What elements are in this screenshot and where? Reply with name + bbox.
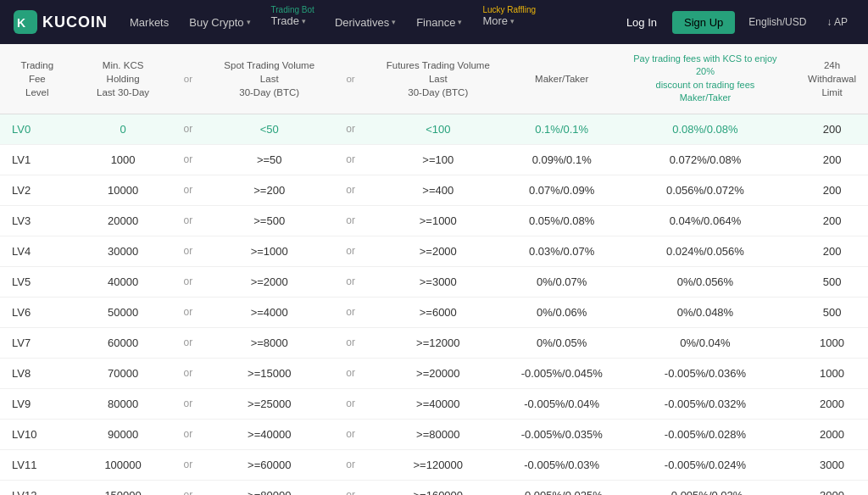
cell-withdrawal: 1000: [796, 358, 868, 388]
cell-kcs-rate: -0.005%/0.032%: [615, 388, 796, 419]
table-row: LV0 0 or <50 or <100 0.1%/0.1% 0.08%/0.0…: [0, 114, 868, 144]
cell-spot: >=15000: [204, 358, 334, 388]
fee-table-container: Trading FeeLevel Min. KCS HoldingLast 30…: [0, 44, 868, 495]
cell-level: LV2: [0, 175, 75, 205]
fee-table-body: LV0 0 or <50 or <100 0.1%/0.1% 0.08%/0.0…: [0, 114, 868, 495]
col-header-futures: Futures Trading Volume Last30-Day (BTC): [367, 44, 509, 114]
cell-withdrawal: 1000: [796, 327, 868, 358]
language-selector[interactable]: English/USD: [742, 16, 813, 28]
table-header-row: Trading FeeLevel Min. KCS HoldingLast 30…: [0, 44, 868, 114]
cell-spot: <50: [204, 114, 334, 144]
cell-or1: or: [172, 327, 205, 358]
cell-level: LV10: [0, 419, 75, 449]
cell-kcs-rate: -0.005%/0.02%: [615, 480, 796, 495]
cell-withdrawal: 2000: [796, 388, 868, 419]
cell-or2: or: [334, 114, 367, 144]
cell-or2: or: [334, 449, 367, 480]
lucky-raffling-label: Lucky Raffling: [482, 5, 536, 14]
nav-derivatives[interactable]: Derivatives ▾: [326, 0, 404, 44]
cell-or1: or: [172, 480, 205, 495]
cell-or1: or: [172, 236, 205, 266]
cell-maker-taker: -0.005%/0.035%: [509, 419, 615, 449]
cell-kcs: 20000: [75, 205, 172, 236]
cell-level: LV12: [0, 480, 75, 495]
cell-spot: >=8000: [204, 327, 334, 358]
cell-spot: >=50: [204, 144, 334, 175]
table-row: LV1 1000 or >=50 or >=100 0.09%/0.1% 0.0…: [0, 144, 868, 175]
cell-maker-taker: 0.09%/0.1%: [509, 144, 615, 175]
cell-futures: >=100: [367, 144, 509, 175]
cell-or2: or: [334, 480, 367, 495]
table-row: LV12 150000 or >=80000 or >=160000 -0.00…: [0, 480, 868, 495]
cell-or2: or: [334, 266, 367, 297]
cell-spot: >=40000: [204, 419, 334, 449]
cell-spot: >=500: [204, 205, 334, 236]
chevron-down-icon: ▾: [510, 17, 515, 25]
svg-text:K: K: [17, 16, 25, 30]
cell-withdrawal: 200: [796, 114, 868, 144]
cell-or2: or: [334, 419, 367, 449]
cell-kcs-rate: 0.024%/0.056%: [615, 236, 796, 266]
cell-spot: >=25000: [204, 388, 334, 419]
col-header-level: Trading FeeLevel: [0, 44, 75, 114]
cell-withdrawal: 500: [796, 266, 868, 297]
cell-maker-taker: 0.1%/0.1%: [509, 114, 615, 144]
nav-trade[interactable]: Trading Bot Trade ▾: [263, 0, 323, 44]
cell-kcs: 100000: [75, 449, 172, 480]
cell-withdrawal: 500: [796, 297, 868, 327]
navbar: K KUCOIN Markets Buy Crypto ▾ Trading Bo…: [0, 0, 868, 44]
col-header-spot: Spot Trading Volume Last30-Day (BTC): [204, 44, 334, 114]
logo[interactable]: K KUCOIN: [14, 10, 108, 34]
nav-markets[interactable]: Markets: [121, 0, 177, 44]
cell-maker-taker: -0.005%/0.03%: [509, 449, 615, 480]
cell-kcs-rate: 0.04%/0.064%: [615, 205, 796, 236]
cell-level: LV9: [0, 388, 75, 419]
col-header-or2: or: [334, 44, 367, 114]
cell-futures: <100: [367, 114, 509, 144]
table-row: LV11 100000 or >=60000 or >=120000 -0.00…: [0, 449, 868, 480]
cell-kcs-rate: 0.08%/0.08%: [615, 114, 796, 144]
download-button[interactable]: ↓ AP: [820, 16, 854, 28]
table-row: LV4 30000 or >=1000 or >=2000 0.03%/0.07…: [0, 236, 868, 266]
cell-or1: or: [172, 449, 205, 480]
cell-withdrawal: 200: [796, 205, 868, 236]
cell-kcs: 90000: [75, 419, 172, 449]
cell-kcs-rate: 0%/0.056%: [615, 266, 796, 297]
table-row: LV2 10000 or >=200 or >=400 0.07%/0.09% …: [0, 175, 868, 205]
nav-more[interactable]: Lucky Raffling More ▾: [474, 0, 544, 44]
cell-futures: >=6000: [367, 297, 509, 327]
cell-kcs-rate: -0.005%/0.028%: [615, 419, 796, 449]
cell-or1: or: [172, 114, 205, 144]
cell-or1: or: [172, 419, 205, 449]
signup-button[interactable]: Sign Up: [672, 11, 735, 34]
cell-kcs: 150000: [75, 480, 172, 495]
cell-withdrawal: 3000: [796, 449, 868, 480]
cell-or2: or: [334, 236, 367, 266]
cell-futures: >=40000: [367, 388, 509, 419]
cell-level: LV5: [0, 266, 75, 297]
cell-maker-taker: 0%/0.07%: [509, 266, 615, 297]
table-row: LV6 50000 or >=4000 or >=6000 0%/0.06% 0…: [0, 297, 868, 327]
cell-withdrawal: 3000: [796, 480, 868, 495]
cell-kcs: 40000: [75, 266, 172, 297]
cell-kcs: 60000: [75, 327, 172, 358]
cell-kcs: 30000: [75, 236, 172, 266]
cell-futures: >=1000: [367, 205, 509, 236]
nav-finance[interactable]: Finance ▾: [408, 0, 470, 44]
cell-maker-taker: -0.005%/0.045%: [509, 358, 615, 388]
cell-or1: or: [172, 175, 205, 205]
nav-buy-crypto[interactable]: Buy Crypto ▾: [181, 0, 259, 44]
cell-maker-taker: 0.07%/0.09%: [509, 175, 615, 205]
cell-spot: >=2000: [204, 266, 334, 297]
login-button[interactable]: Log In: [618, 16, 665, 29]
table-row: LV9 80000 or >=25000 or >=40000 -0.005%/…: [0, 388, 868, 419]
cell-level: LV6: [0, 297, 75, 327]
cell-kcs: 70000: [75, 358, 172, 388]
fee-table: Trading FeeLevel Min. KCS HoldingLast 30…: [0, 44, 868, 495]
cell-level: LV8: [0, 358, 75, 388]
cell-kcs-rate: -0.005%/0.036%: [615, 358, 796, 388]
col-header-withdrawal: 24hWithdrawalLimit: [796, 44, 868, 114]
cell-maker-taker: 0%/0.06%: [509, 297, 615, 327]
cell-kcs: 0: [75, 114, 172, 144]
cell-kcs: 80000: [75, 388, 172, 419]
